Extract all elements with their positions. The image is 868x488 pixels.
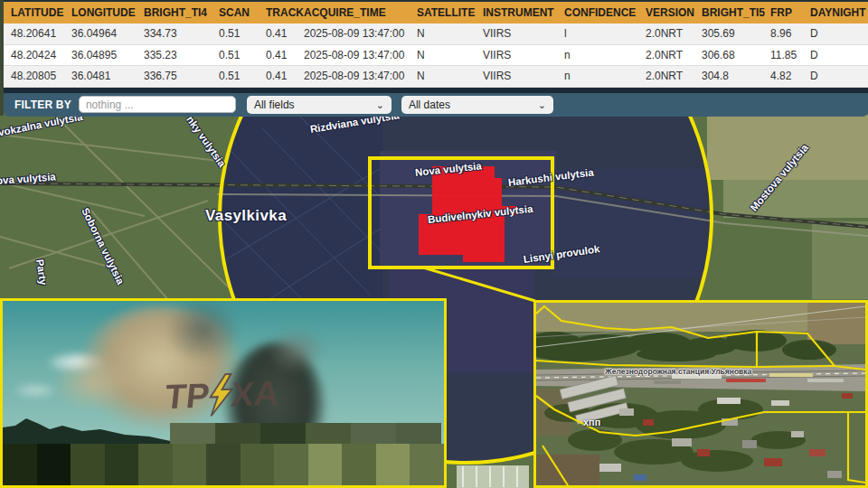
table-cell: 2025-08-09 13:47:00 [304,49,417,61]
column-header[interactable]: BRIGHT_TI5 [702,6,770,19]
table-cell: 48.20424 [11,49,71,61]
filter-by-label: FILTER BY [14,99,71,111]
watermark-text-right: ХА [230,376,281,412]
facility-label: хпп [583,417,600,427]
table-cell: 2025-08-09 13:47:00 [304,27,417,40]
table-cell: 36.04895 [71,49,144,61]
mosaic-cell [173,444,207,485]
dates-select-value: All dates [409,99,450,111]
table-cell: 305.69 [702,27,770,40]
table-cell: D [810,49,868,61]
filter-text-input[interactable] [79,96,236,113]
mosaic-cell [342,444,376,485]
table-row[interactable]: 48.2042436.04895335.230.510.412025-08-09… [4,45,868,67]
table-cell: 0.41 [266,70,304,82]
station-label: Железнодорожная станция Ульяновка [605,367,751,376]
table-cell: 2025-08-09 13:47:00 [304,70,417,82]
mosaic-cell [376,444,410,485]
table-cell: 2.0NRT [646,70,702,82]
screen: LATITUDELONGITUDEBRIGHT_TI4SCANTRACKACQU… [0,0,868,488]
station-map-inset: Железнодорожная станция Ульяновка хпп [533,300,868,488]
mosaic-cell [206,444,241,485]
station-map-image [536,303,865,485]
column-header[interactable]: ACQUIRE_TIME [304,6,417,19]
table-cell: 335.23 [144,49,219,61]
table-cell: 48.20805 [11,70,71,82]
column-header[interactable]: CONFIDENCE [564,6,646,19]
column-header[interactable]: TRACK [266,6,304,19]
table-cell: 306.68 [702,49,770,61]
column-header[interactable]: SCAN [219,6,266,19]
table-cell: 0.41 [266,49,304,61]
table-cell: 334.73 [144,27,219,40]
column-header[interactable]: BRIGHT_TI4 [144,6,219,19]
filter-bar: FILTER BY All fields ⌄ All dates ⌄ [4,93,868,117]
table-cell: n [564,49,646,61]
chevron-down-icon: ⌄ [376,100,384,109]
column-header[interactable]: INSTRUMENT [483,6,564,19]
table-cell: 0.51 [219,70,266,82]
column-header[interactable]: LATITUDE [11,6,71,19]
dates-select[interactable]: All dates ⌄ [401,96,553,114]
panel-separator [4,88,868,93]
table-cell: 0.41 [266,27,304,40]
table-cell: 11.85 [770,49,810,61]
table-cell: n [564,70,646,82]
table-cell: 336.75 [144,70,219,82]
table-cell: 0.51 [219,27,266,40]
table-cell: 48.20641 [11,27,71,40]
smoke-photo-inset: ТР ХА [0,298,447,488]
fields-select-value: All fields [254,99,295,111]
table-cell: D [810,27,868,40]
table-cell: VIIRS [483,49,564,61]
mosaic-cell [71,444,105,485]
mosaic-cell [308,444,343,485]
cloud [15,384,55,397]
table-cell: l [564,27,646,40]
table-cell: D [810,70,868,82]
smoke-puff [52,355,132,411]
pixelated-strip [3,444,444,485]
fire-data-panel: LATITUDELONGITUDEBRIGHT_TI4SCANTRACKACQU… [4,0,868,117]
table-cell: N [417,70,483,82]
smoke-puff-gray [267,328,325,373]
table-cell: VIIRS [483,27,564,40]
table-cell: 2.0NRT [646,49,702,61]
table-cell: VIIRS [483,70,564,82]
table-cell: 36.0481 [71,70,144,82]
column-header[interactable]: LONGITUDE [71,6,144,19]
table-row[interactable]: 48.2064136.04964334.730.510.412025-08-09… [4,23,868,45]
table-cell: 0.51 [219,49,266,61]
column-header[interactable]: DAYNIGHT [810,6,868,19]
table-cell: N [417,49,483,61]
table-cell: N [417,27,483,40]
table-cell: 2.0NRT [646,27,702,40]
mosaic-cell [3,444,37,485]
column-header[interactable]: VERSION [646,6,702,19]
table-cell: 304.8 [702,70,770,82]
smoke-puff-gray [165,298,240,362]
watermark-text-left: ТР [164,379,212,415]
mosaic-cell [410,444,444,485]
chevron-down-icon: ⌄ [538,100,546,109]
table-cell: 36.04964 [71,27,144,40]
column-header[interactable]: FRP [770,6,810,19]
fires-table-header: LATITUDELONGITUDEBRIGHT_TI4SCANTRACKACQU… [4,2,868,23]
mosaic-cell [105,444,139,485]
fields-select[interactable]: All fields ⌄ [247,96,392,114]
table-cell: 8.96 [770,27,810,40]
mosaic-cell [274,444,308,485]
column-header[interactable]: SATELLITE [417,6,483,19]
mosaic-cell [37,444,71,485]
fires-table-body: 48.2064136.04964334.730.510.412025-08-09… [4,23,868,88]
table-row[interactable]: 48.2080536.0481336.750.510.412025-08-09 … [4,66,868,88]
mosaic-cell [138,444,173,485]
mosaic-cell [241,444,275,485]
watermark: ТР ХА [163,371,281,418]
table-cell: 4.82 [770,70,810,82]
